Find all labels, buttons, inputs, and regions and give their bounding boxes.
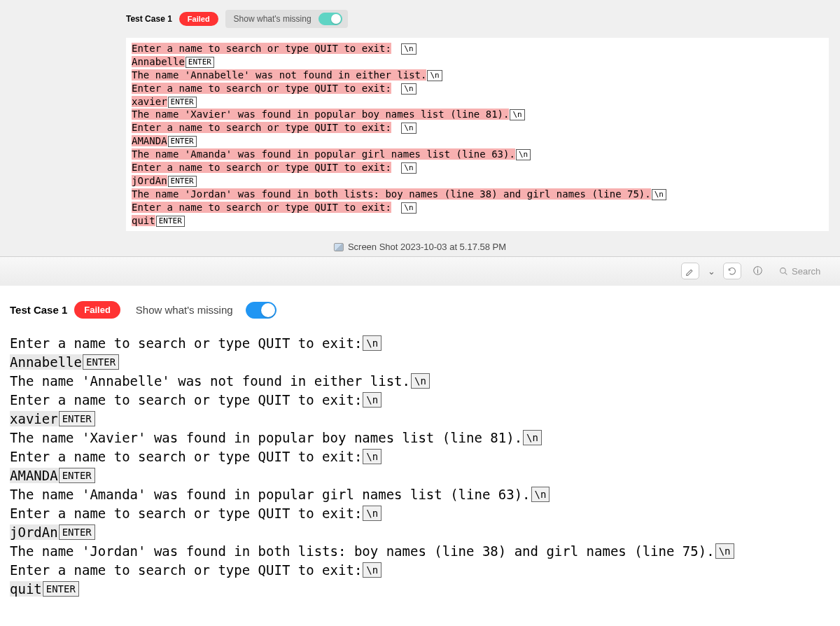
newline-token: \n [401, 162, 416, 174]
test-case-label: Test Case 1 [126, 14, 172, 24]
preview-titlebar: Screen Shot 2023-10-03 at 5.17.58 PM ⌄ ⓘ… [0, 256, 840, 286]
file-title: Screen Shot 2023-10-03 at 5.17.58 PM [334, 242, 506, 252]
info-button[interactable]: ⓘ [748, 263, 766, 279]
console-text: Enter a name to search or type QUIT to e… [10, 506, 362, 521]
enter-token: ENTER [168, 136, 197, 147]
console-text: Enter a name to search or type QUIT to e… [132, 202, 391, 213]
console-text: The name 'Amanda' was found in popular g… [10, 487, 531, 502]
chevron-down-icon[interactable]: ⌄ [706, 263, 716, 279]
enter-token: ENTER [168, 97, 197, 108]
console-text: Enter a name to search or type QUIT to e… [132, 43, 391, 54]
show-missing-label: Show what's missing [234, 14, 312, 24]
console-text: Enter a name to search or type QUIT to e… [10, 562, 362, 578]
console-text: Annabelle [10, 354, 82, 370]
lower-live-region: Test Case 1 Failed Show what's missing E… [0, 286, 840, 599]
markup-button[interactable] [681, 263, 699, 279]
newline-token: \n [363, 506, 382, 521]
console-text: quit [132, 215, 155, 226]
newline-token: \n [427, 70, 442, 81]
console-output-upper: Enter a name to search or type QUIT to e… [126, 38, 829, 231]
upper-screenshot-region: Test Case 1 Failed Show what's missing E… [0, 0, 840, 286]
newline-token: \n [363, 449, 382, 464]
file-title-text: Screen Shot 2023-10-03 at 5.17.58 PM [348, 242, 506, 252]
newline-token: \n [401, 43, 416, 55]
console-text: Enter a name to search or type QUIT to e… [10, 392, 362, 408]
console-text: The name 'Xavier' was found in popular b… [10, 430, 522, 445]
newline-token: \n [516, 149, 531, 160]
console-text: Enter a name to search or type QUIT to e… [10, 335, 362, 351]
enter-token: ENTER [156, 216, 185, 227]
console-text: The name 'Jordan' was found in both list… [10, 543, 715, 559]
console-text: xavier [132, 96, 167, 107]
search-icon [779, 267, 788, 276]
test-case-label: Test Case 1 [10, 304, 67, 316]
newline-token: \n [715, 543, 734, 559]
show-missing-toggle[interactable] [318, 13, 342, 25]
search-box[interactable]: Search [774, 264, 833, 279]
newline-token: \n [531, 487, 550, 502]
console-text: Enter a name to search or type QUIT to e… [10, 449, 362, 464]
enter-token: ENTER [43, 581, 79, 597]
svg-line-1 [785, 272, 787, 274]
test-header-upper: Test Case 1 Failed Show what's missing [126, 10, 840, 28]
svg-point-0 [780, 267, 786, 273]
console-output-lower: Enter a name to search or type QUIT to e… [10, 334, 830, 599]
search-placeholder: Search [792, 266, 820, 277]
image-file-icon [334, 243, 344, 251]
toggle-knob [261, 303, 275, 317]
enter-token: ENTER [186, 57, 214, 68]
rotate-button[interactable] [723, 263, 741, 279]
newline-token: \n [401, 123, 416, 134]
enter-token: ENTER [83, 354, 119, 370]
newline-token: \n [363, 562, 382, 578]
console-text: Enter a name to search or type QUIT to e… [132, 122, 391, 133]
show-missing-control[interactable]: Show what's missing [127, 302, 276, 319]
console-text: The name 'Annabelle' was not found in ei… [10, 373, 410, 389]
newline-token: \n [510, 109, 524, 120]
console-text: Enter a name to search or type QUIT to e… [132, 83, 391, 94]
console-text: The name 'Amanda' was found in popular g… [132, 148, 515, 160]
show-missing-label: Show what's missing [136, 304, 233, 316]
show-missing-toggle[interactable] [246, 302, 276, 319]
enter-token: ENTER [59, 411, 95, 426]
newline-token: \n [363, 392, 382, 408]
console-text: The name 'Xavier' was found in popular b… [132, 109, 509, 120]
enter-token: ENTER [59, 524, 95, 540]
console-text: Annabelle [132, 56, 185, 67]
toggle-knob [331, 14, 341, 24]
console-text: quit [10, 581, 42, 597]
test-header-lower: Test Case 1 Failed Show what's missing [10, 301, 830, 319]
console-text: jOrdAn [132, 175, 167, 186]
console-text: AMANDA [10, 468, 58, 483]
enter-token: ENTER [168, 176, 197, 187]
newline-token: \n [401, 202, 416, 214]
console-text: The name 'Annabelle' was not found in ei… [132, 69, 426, 81]
status-badge: Failed [179, 12, 218, 26]
status-badge: Failed [74, 301, 120, 319]
enter-token: ENTER [59, 468, 95, 483]
console-text: The name 'Jordan' was found in both list… [132, 188, 651, 200]
toolbar-right: ⌄ ⓘ Search [681, 263, 833, 279]
newline-token: \n [652, 189, 666, 200]
newline-token: \n [523, 430, 542, 445]
newline-token: \n [401, 83, 416, 95]
console-text: jOrdAn [10, 524, 58, 540]
console-text: Enter a name to search or type QUIT to e… [132, 162, 391, 173]
console-text: xavier [10, 411, 58, 426]
show-missing-control[interactable]: Show what's missing [225, 10, 348, 28]
newline-token: \n [411, 373, 430, 389]
console-text: AMANDA [132, 135, 167, 146]
newline-token: \n [363, 335, 382, 351]
